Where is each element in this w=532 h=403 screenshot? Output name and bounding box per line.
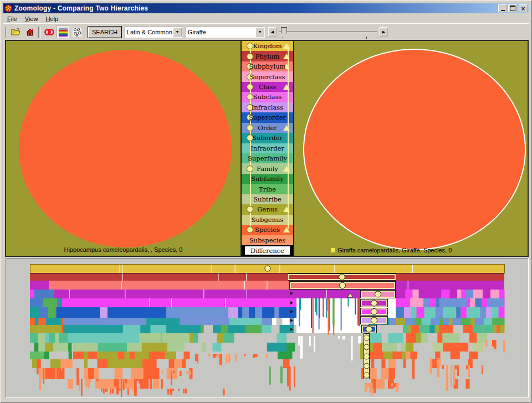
rank-label: Family (257, 165, 278, 173)
rank-path-dot (247, 43, 253, 49)
close-button[interactable]: × (519, 4, 528, 12)
rank-row-species[interactable]: Species (242, 225, 293, 235)
compare-rings-icon (44, 28, 54, 36)
language-combobox-value: Latin & Common (125, 29, 173, 35)
rank-label: Infraorder (250, 144, 284, 152)
rank-row-subspecies[interactable]: Subspecies (242, 235, 293, 245)
rank-path-triangle (283, 206, 290, 212)
difference-label: Difference (245, 246, 290, 255)
rank-row-kingdom[interactable]: Kingdom (242, 41, 293, 51)
rank-path-triangle (283, 166, 290, 172)
window-title: Zoomology - Comparing Two Hierarchies (14, 4, 148, 12)
rank-row-subclass[interactable]: Subclass (242, 92, 293, 102)
taxonomic-rank-legend: KingdomPhylumSubphylumSuperclassClassSub… (241, 41, 294, 256)
open-button[interactable] (9, 25, 22, 38)
rank-row-class[interactable]: Class (242, 82, 293, 92)
rank-label: Species (255, 226, 280, 234)
minimize-button[interactable] (498, 4, 507, 12)
rank-path-triangle (283, 43, 290, 49)
rank-label: Subphylum (249, 63, 286, 70)
search-term-combobox[interactable]: Giraffe ▼ (186, 27, 265, 38)
rank-path-triangle (283, 125, 290, 131)
menu-bar: FileViewHelp (3, 14, 529, 23)
rank-row-difference[interactable]: Difference (242, 245, 293, 256)
rank-path-dot (247, 226, 253, 233)
rank-path-dot (247, 166, 253, 172)
left-hierarchy-view[interactable]: Hippocampus cameleopardalis, , Species, … (6, 41, 241, 256)
right-hierarchy-view[interactable]: Giraffa camelopardalis, Giraffe, Species… (294, 41, 528, 256)
menu-help[interactable]: Help (42, 14, 62, 23)
search-button[interactable]: SEARCH (88, 27, 121, 38)
menu-file[interactable]: File (3, 14, 21, 23)
right-node-caption: Giraffa camelopardalis, Giraffe, Species… (331, 247, 452, 254)
zoom-slider[interactable] (278, 26, 378, 38)
rank-row-genus[interactable]: Genus (242, 204, 293, 214)
slider-track[interactable] (279, 31, 377, 33)
left-hierarchy-node-circle[interactable] (19, 50, 232, 247)
color-legend-icon (59, 28, 68, 37)
rank-row-subtribe[interactable]: Subtribe (242, 194, 293, 204)
toolbar: SEARCH Latin & Common ▼ Giraffe ▼ ◀ ▶ (3, 23, 529, 40)
rank-row-phylum[interactable]: Phylum (242, 51, 293, 61)
color-legend-button[interactable] (57, 25, 69, 38)
rank-path-dot (247, 84, 253, 90)
rank-label: Phylum (255, 53, 280, 60)
comparison-area: Hippocampus cameleopardalis, , Species, … (5, 40, 529, 257)
rank-label: Infraclass (252, 104, 283, 111)
rank-label: Kingdom (253, 42, 282, 50)
rank-label: Subclass (253, 93, 282, 101)
menu-view[interactable]: View (21, 14, 42, 23)
slider-thumb[interactable] (281, 27, 287, 37)
right-node-caption-text: Giraffa camelopardalis, Giraffe, Species… (337, 247, 452, 254)
pattern-view-button[interactable] (70, 25, 83, 38)
slider-right-arrow-button[interactable]: ▶ (380, 27, 388, 37)
home-icon (25, 28, 34, 37)
slider-left-arrow-button[interactable]: ◀ (268, 27, 277, 37)
rank-row-superfamily[interactable]: Superfamily (242, 153, 293, 163)
title-bar[interactable]: Zoomology - Comparing Two Hierarchies × (3, 3, 529, 13)
rank-row-subphylum[interactable]: Subphylum (242, 61, 293, 71)
combo-dropdown-arrow-icon[interactable]: ▼ (173, 28, 182, 37)
slider-tick (283, 37, 283, 39)
icicle-plot[interactable] (6, 259, 528, 397)
rank-path-dot (247, 53, 253, 60)
rank-label: Suborder (252, 134, 283, 142)
rank-row-suborder[interactable]: Suborder (242, 133, 293, 143)
rank-row-infraorder[interactable]: Infraorder (242, 143, 293, 153)
rank-path-dot (247, 94, 253, 100)
match-swatch-icon (331, 248, 335, 252)
rank-path-triangle (283, 54, 290, 59)
right-hierarchy-node-circle[interactable] (303, 49, 526, 250)
rank-path-dot (247, 206, 253, 213)
toolbar-separator (38, 27, 40, 38)
left-node-caption: Hippocampus cameleopardalis, , Species, … (6, 246, 241, 253)
rank-row-subfamily[interactable]: Subfamily (242, 174, 293, 184)
compare-hierarchies-button[interactable] (43, 25, 55, 38)
language-combobox[interactable]: Latin & Common ▼ (125, 27, 182, 38)
rank-row-infraclass[interactable]: Infraclass (242, 102, 293, 112)
rank-row-superorder[interactable]: Superorder (242, 112, 293, 122)
rank-label: Genus (257, 205, 278, 213)
combo-dropdown-arrow-icon[interactable]: ▼ (255, 28, 264, 37)
rank-row-superclass[interactable]: Superclass (242, 71, 293, 81)
open-folder-icon (11, 28, 21, 37)
rank-label: Order (258, 124, 277, 132)
rank-label: Class (259, 83, 276, 91)
rank-label: Superorder (249, 113, 286, 121)
rank-label: Subspecies (249, 236, 286, 244)
rank-row-tribe[interactable]: Tribe (242, 184, 293, 194)
rank-row-order[interactable]: Order (242, 123, 293, 133)
rank-row-family[interactable]: Family (242, 163, 293, 173)
search-term-combobox-value: Giraffe (186, 29, 255, 35)
rank-path-triangle (283, 84, 290, 90)
rank-label: Subgenus (252, 216, 284, 224)
home-button[interactable] (23, 25, 36, 38)
toolbar-separator (5, 27, 7, 38)
rank-label: Subfamily (251, 175, 284, 183)
app-window: Zoomology - Comparing Two Hierarchies × … (0, 0, 532, 403)
app-icon (4, 4, 12, 12)
rank-row-subgenus[interactable]: Subgenus (242, 215, 293, 225)
rank-right-path-line (288, 45, 289, 229)
maximize-button[interactable] (508, 4, 517, 12)
giraffe-pattern-icon (73, 28, 81, 37)
